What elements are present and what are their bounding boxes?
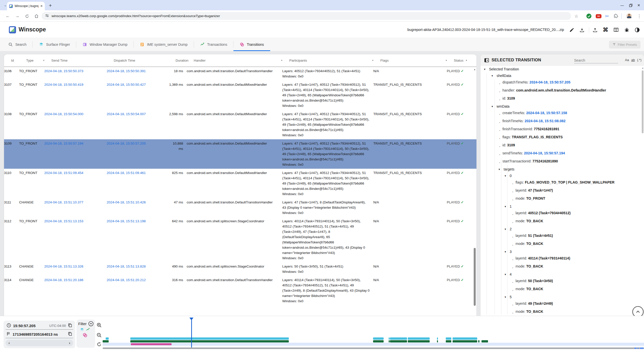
transactions-segment[interactable] bbox=[390, 340, 407, 342]
back-icon[interactable]: ← bbox=[5, 13, 11, 19]
cell-dispatch-time[interactable]: 2024-04-18, 15:50:50.391 bbox=[107, 68, 169, 79]
window-minimize-button[interactable]: — bbox=[618, 2, 626, 9]
filter-presets-button[interactable]: Filter Presets bbox=[609, 41, 640, 49]
surface-flinger-segment[interactable] bbox=[453, 337, 477, 340]
tree-leaf[interactable]: ●handler: com.android.wm.shell.transitio… bbox=[480, 87, 641, 95]
timeline-cursor[interactable] bbox=[191, 320, 192, 348]
match-word-button[interactable]: ab bbox=[631, 58, 635, 62]
shortcuts-command-icon[interactable]: ⌘ bbox=[602, 26, 609, 34]
filter-chevron-icon[interactable]: ▼ bbox=[43, 59, 45, 62]
tree-node[interactable]: ▾targets bbox=[480, 166, 641, 172]
human-time-field[interactable]: 15:50:57.205 UTC-04:00 bbox=[6, 322, 73, 330]
zoom-in-icon[interactable] bbox=[96, 322, 102, 328]
tree-leaf[interactable]: ●mode: TO_BACK bbox=[480, 308, 641, 316]
cell-dispatch-time[interactable]: 2024-04-18, 15:50:57.205 bbox=[107, 141, 169, 167]
url-bar[interactable]: winscope.teams.x20web.corp.google.com/pr… bbox=[42, 12, 571, 20]
transactions-segment[interactable] bbox=[408, 340, 430, 342]
window-restore-button[interactable] bbox=[627, 2, 634, 9]
surface-flinger-segment[interactable] bbox=[408, 337, 430, 340]
surface-flinger-segment[interactable] bbox=[130, 337, 289, 340]
table-row[interactable]: 3111CHANGE2024-04-18, 15:51:10.3772024-0… bbox=[4, 198, 476, 217]
new-tab-button[interactable]: + bbox=[47, 2, 54, 9]
extensions-puzzle-icon[interactable] bbox=[613, 13, 619, 19]
tree-leaf[interactable]: ●flags: FLAG_MOVED_TO_TOP | FLAG_SHOW_WA… bbox=[480, 179, 641, 187]
column-header-flags[interactable]: Flags▼ bbox=[380, 59, 454, 62]
cell-dispatch-time[interactable]: 2024-04-18, 15:50:54.007 bbox=[107, 111, 169, 138]
forward-icon[interactable]: → bbox=[14, 13, 21, 19]
transitions-track[interactable] bbox=[0, 343, 644, 345]
tab-close-icon[interactable]: ✕ bbox=[40, 4, 43, 8]
transactions-segment[interactable] bbox=[478, 340, 479, 342]
upload-icon[interactable] bbox=[591, 26, 599, 34]
column-header-type[interactable]: Type▼ bbox=[26, 59, 51, 62]
tree-node[interactable]: ▾Selected Transition bbox=[480, 66, 641, 72]
surface-flinger-segment[interactable] bbox=[373, 337, 384, 340]
transactions-segment[interactable] bbox=[130, 340, 289, 342]
extension-check-icon[interactable] bbox=[586, 13, 592, 19]
cell-dispatch-time[interactable]: 2024-04-18, 15:51:20.212 bbox=[107, 277, 169, 304]
dark-mode-toggle-icon[interactable] bbox=[633, 26, 641, 34]
table-row[interactable]: 3108TO_FRONT2024-04-18, 15:50:54.0002024… bbox=[4, 110, 476, 139]
cell-send-time[interactable]: 2024-04-18, 15:51:20.186 bbox=[44, 277, 107, 304]
tree-leaf[interactable]: ●id: 3109 bbox=[480, 95, 641, 103]
cell-send-time[interactable]: 2024-04-18, 15:51:09.454 bbox=[44, 170, 107, 197]
reload-icon[interactable] bbox=[24, 13, 30, 19]
table-row[interactable]: 3110TO_FRONT2024-04-18, 15:51:09.4542024… bbox=[4, 169, 476, 198]
tab-ime-system-server-dump[interactable]: IME system_server Dump bbox=[134, 38, 194, 51]
bookmark-star-icon[interactable]: ☆ bbox=[573, 13, 580, 19]
edit-icon[interactable] bbox=[568, 26, 576, 34]
column-header-handler[interactable]: Handler▼ bbox=[194, 59, 289, 62]
cell-send-time[interactable]: 2024-04-18, 15:50:50.419 bbox=[44, 82, 107, 108]
cell-send-time[interactable]: 2024-04-18, 15:51:13.153 bbox=[44, 218, 107, 261]
tree-leaf[interactable]: ●startTransactionId: 7752416281890 bbox=[480, 158, 641, 166]
transactions-segment[interactable] bbox=[446, 340, 451, 342]
cell-dispatch-time[interactable]: 2024-04-18, 15:51:10.426 bbox=[107, 200, 169, 215]
cell-dispatch-time[interactable]: 2024-04-18, 15:51:13.828 bbox=[107, 264, 169, 274]
tree-node[interactable]: ▾0 bbox=[480, 172, 641, 179]
table-row[interactable]: 3107TO_FRONT2024-04-18, 15:50:50.4192024… bbox=[4, 80, 476, 110]
cell-send-time[interactable]: 2024-04-18, 15:50:57.194 bbox=[44, 141, 107, 167]
tree-leaf[interactable]: ●flags: TRANSIT_FLAG_IS_RECENTS bbox=[480, 134, 641, 142]
table-row[interactable]: 3114CHANGE2024-04-18, 15:51:20.1862024-0… bbox=[4, 276, 476, 305]
table-vertical-scrollbar[interactable] bbox=[473, 68, 476, 315]
extension-scissors-icon[interactable]: ✂ bbox=[604, 13, 610, 19]
cell-send-time[interactable]: 2024-04-18, 15:50:50.373 bbox=[44, 68, 107, 79]
download-icon[interactable] bbox=[578, 26, 586, 34]
table-body[interactable]: 3106TO_FRONT2024-04-18, 15:50:50.3732024… bbox=[4, 67, 476, 316]
report-bug-icon[interactable] bbox=[623, 26, 630, 34]
tree-leaf[interactable]: ●layerId: 50 (Task=3#50) bbox=[480, 278, 641, 286]
tree-leaf[interactable]: ●mode: TO_BACK bbox=[480, 263, 641, 271]
tree-node[interactable]: ▾shellData bbox=[480, 72, 641, 79]
tree-node[interactable]: ▾3 bbox=[480, 248, 641, 255]
surface-flinger-filter-icon[interactable] bbox=[80, 328, 84, 333]
match-case-button[interactable]: Aa bbox=[625, 58, 629, 62]
transactions-segment[interactable] bbox=[103, 340, 109, 342]
timeline-horizontal-scrollbar[interactable] bbox=[103, 347, 644, 349]
column-header-participants[interactable]: Participants▼ bbox=[289, 59, 380, 62]
cell-send-time[interactable]: 2024-04-18, 15:50:54.000 bbox=[44, 111, 107, 138]
tree-node[interactable]: ▾5 bbox=[480, 294, 641, 300]
transactions-segment[interactable] bbox=[373, 340, 384, 342]
scrollbar-thumb[interactable] bbox=[642, 70, 643, 133]
chevron-down-icon[interactable]: ▾ bbox=[492, 73, 495, 78]
transactions-segment[interactable] bbox=[389, 340, 390, 342]
tree-leaf[interactable]: ●layerId: 40512 (Task=7934#40512) bbox=[480, 210, 641, 218]
surface-flinger-segment[interactable] bbox=[390, 337, 407, 340]
transactions-track[interactable] bbox=[0, 340, 644, 342]
collapse-panel-icon[interactable] bbox=[484, 58, 489, 64]
transition-segment[interactable] bbox=[131, 343, 172, 345]
avatar[interactable] bbox=[626, 13, 632, 19]
surface-flinger-segment[interactable] bbox=[437, 337, 438, 340]
transactions-segment[interactable] bbox=[437, 340, 438, 342]
tree-node[interactable]: ▾4 bbox=[480, 271, 641, 278]
tab-window-manager-dump[interactable]: Window Manager Dump bbox=[76, 38, 134, 51]
tab-transitions[interactable]: Transitions bbox=[233, 38, 270, 51]
filter-chevron-icon[interactable]: ▼ bbox=[445, 59, 447, 62]
tree-leaf[interactable]: ●finishTransactionId: 7752416281891 bbox=[480, 126, 641, 134]
timeline-cursor-handle[interactable] bbox=[189, 318, 193, 320]
ns-time-field[interactable]: 1713469857205164013 ns bbox=[6, 331, 73, 338]
tree-leaf[interactable]: ●mode: TO_BACK bbox=[480, 218, 641, 226]
tree-leaf[interactable]: ●layerId: 40114 (Task=7931#40114) bbox=[480, 255, 641, 263]
tab-search[interactable]: Search bbox=[2, 38, 33, 51]
tree-leaf[interactable]: ●finishTimeNs: 2024-04-18, 15:51:08.082 bbox=[480, 118, 641, 126]
